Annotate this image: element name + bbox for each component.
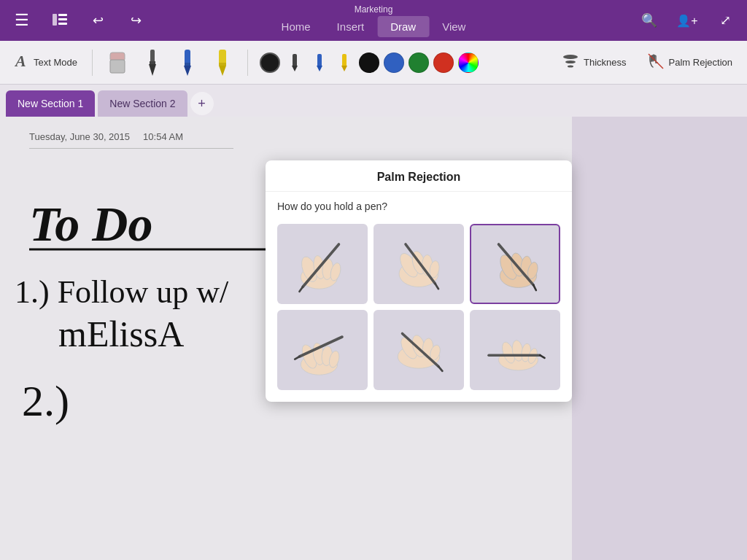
sections-bar: New Section 1 New Section 2 +: [0, 85, 747, 117]
color-black-selected[interactable]: [260, 52, 280, 73]
svg-rect-0: [53, 14, 57, 26]
eraser-icon: [106, 50, 129, 76]
palm-popup-question: How do you hold a pen?: [266, 192, 572, 218]
highlighter-icon: [214, 48, 231, 77]
tab-home[interactable]: Home: [268, 16, 324, 37]
color-yellow-pen[interactable]: [334, 52, 355, 73]
svg-point-24: [568, 65, 573, 67]
svg-rect-2: [58, 18, 67, 20]
svg-point-22: [563, 55, 578, 59]
svg-rect-16: [293, 54, 297, 67]
grip-options-grid: [266, 218, 572, 402]
palm-rejection-button[interactable]: Palm Rejection: [641, 50, 738, 76]
draw-toolbar: A Text Mode: [0, 41, 747, 85]
hamburger-icon: ☰: [15, 11, 29, 30]
toolbar-right: Thickness Palm Rejection: [556, 50, 738, 76]
sidebar-icon: [53, 12, 67, 29]
nav-left-buttons: ☰ ↩ ↪: [9, 7, 149, 34]
svg-marker-19: [317, 66, 322, 71]
svg-text:A: A: [15, 52, 26, 69]
expand-icon: ⤢: [720, 12, 731, 28]
sidebar-toggle-button[interactable]: [47, 7, 73, 34]
svg-line-51: [533, 285, 536, 290]
hamburger-menu-button[interactable]: ☰: [9, 7, 35, 34]
grip-option-2[interactable]: [374, 224, 464, 304]
redo-icon: ↪: [131, 12, 142, 28]
search-icon: 🔍: [641, 12, 657, 28]
top-nav-bar: ☰ ↩ ↪ Marketing Home Insert Draw V: [0, 0, 747, 41]
svg-line-58: [295, 357, 299, 359]
svg-line-65: [438, 367, 442, 371]
marker-icon: [179, 48, 196, 77]
grip-option-6[interactable]: [470, 310, 560, 390]
add-section-button[interactable]: +: [190, 92, 214, 115]
undo-icon: ↩: [93, 12, 104, 28]
svg-rect-18: [317, 54, 322, 67]
grip-option-4[interactable]: [277, 310, 368, 390]
svg-marker-11: [184, 66, 191, 76]
right-sidebar: [572, 117, 747, 560]
tab-insert[interactable]: Insert: [324, 16, 378, 37]
svg-marker-17: [292, 66, 298, 71]
color-swatch-blue[interactable]: [384, 52, 404, 73]
color-blue-pen[interactable]: [309, 52, 330, 73]
svg-text:2.): 2.): [22, 377, 69, 425]
section-tab-1[interactable]: New Section 1: [6, 90, 95, 117]
note-date-line: Tuesday, June 30, 2015 10:54 AM: [29, 131, 233, 149]
grip-option-3[interactable]: [470, 224, 560, 304]
color-wheel[interactable]: [458, 52, 479, 73]
ballpoint-pen-button[interactable]: [136, 47, 169, 79]
add-person-icon: 👤+: [676, 14, 697, 28]
thickness-label: Thickness: [584, 57, 627, 68]
svg-rect-3: [58, 23, 67, 25]
palm-rejection-label: Palm Rejection: [669, 57, 732, 68]
search-button[interactable]: 🔍: [636, 7, 662, 34]
expand-button[interactable]: ⤢: [712, 7, 738, 34]
section-tab-2[interactable]: New Section 2: [98, 90, 187, 117]
text-mode-a-icon: A: [15, 52, 29, 73]
nav-tabs: Marketing Home Insert Draw View: [268, 4, 479, 37]
svg-rect-12: [185, 63, 190, 66]
svg-rect-20: [342, 54, 347, 67]
svg-rect-6: [110, 60, 125, 73]
add-person-button[interactable]: 👤+: [674, 7, 700, 34]
svg-line-72: [540, 355, 544, 358]
nav-right-buttons: 🔍 👤+ ⤢: [636, 7, 738, 34]
svg-line-44: [436, 284, 439, 289]
tab-draw[interactable]: Draw: [377, 16, 429, 37]
svg-line-37: [300, 287, 303, 292]
svg-text:To Do: To Do: [29, 196, 152, 252]
svg-marker-21: [341, 66, 347, 71]
palm-popup-title: Palm Rejection: [266, 160, 572, 192]
color-swatch-black[interactable]: [359, 52, 379, 73]
note-date-text: Tuesday, June 30, 2015: [29, 131, 130, 142]
tab-view[interactable]: View: [429, 16, 479, 37]
thickness-button[interactable]: Thickness: [556, 50, 632, 76]
color-swatch-red[interactable]: [433, 52, 454, 73]
toolbar-separator-1: [92, 50, 93, 76]
thickness-icon: [562, 52, 579, 73]
text-mode-button[interactable]: A Text Mode: [9, 49, 83, 76]
toolbar-separator-2: [247, 50, 248, 76]
palm-rejection-popup: Palm Rejection How do you hold a pen?: [266, 160, 572, 402]
ballpoint-pen-icon: [144, 48, 161, 77]
svg-marker-14: [219, 66, 226, 76]
pen-tools-group: [101, 47, 239, 79]
app-title: Marketing: [355, 4, 393, 15]
color-swatch-green[interactable]: [409, 52, 429, 73]
undo-button[interactable]: ↩: [85, 7, 111, 34]
svg-point-23: [565, 61, 576, 63]
svg-rect-1: [58, 14, 67, 16]
svg-rect-9: [150, 61, 155, 64]
note-time-text: 10:54 AM: [143, 131, 183, 142]
eraser-tool-button[interactable]: [101, 47, 133, 79]
marker-button[interactable]: [171, 47, 204, 79]
color-dark-pen[interactable]: [285, 52, 305, 73]
grip-option-1[interactable]: [277, 224, 368, 304]
highlighter-button[interactable]: [206, 47, 239, 79]
grip-option-5[interactable]: [374, 310, 464, 390]
svg-text:1.) Follow up w/: 1.) Follow up w/: [15, 274, 229, 310]
redo-button[interactable]: ↪: [123, 7, 149, 34]
color-swatches: [260, 52, 479, 73]
svg-text:mElissA: mElissA: [58, 314, 184, 354]
